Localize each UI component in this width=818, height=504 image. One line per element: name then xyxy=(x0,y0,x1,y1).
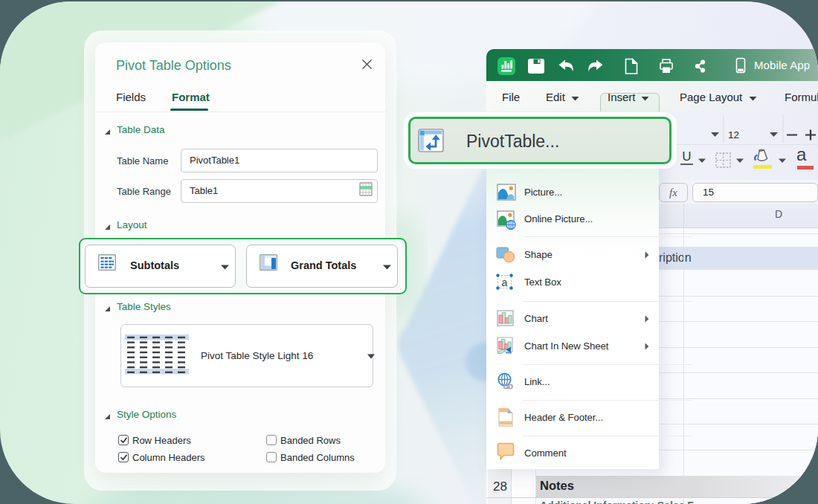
svg-text:a: a xyxy=(502,277,508,288)
svg-text:12: 12 xyxy=(728,129,739,140)
